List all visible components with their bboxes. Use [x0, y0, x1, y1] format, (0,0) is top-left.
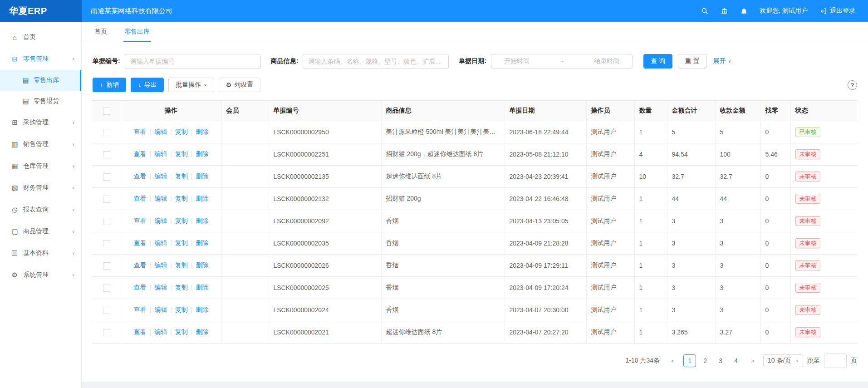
delete-link[interactable]: 删除: [196, 150, 208, 157]
copy-link[interactable]: 复制: [175, 217, 188, 224]
delete-link[interactable]: 删除: [196, 128, 208, 135]
chevron-up-icon: ∧: [72, 57, 75, 61]
prev-page-button[interactable]: <: [667, 354, 679, 367]
app-logo[interactable]: 华夏ERP: [0, 0, 82, 22]
view-link[interactable]: 查看: [134, 284, 147, 291]
edit-link[interactable]: 编辑: [154, 328, 167, 335]
row-checkbox[interactable]: [103, 173, 110, 181]
copy-link[interactable]: 复制: [175, 128, 188, 135]
table-row: 查看|编辑|复制|删除LSCK00000002132招财猫 200g2023-0…: [93, 188, 857, 210]
copy-link[interactable]: 复制: [175, 328, 188, 335]
copy-link[interactable]: 复制: [175, 261, 188, 269]
status-cell: 未审核: [790, 299, 857, 321]
view-link[interactable]: 查看: [134, 128, 147, 135]
sidebar-item-sales[interactable]: ▥销售管理∨: [0, 133, 81, 155]
edit-link[interactable]: 编辑: [154, 150, 167, 157]
row-checkbox[interactable]: [103, 129, 110, 136]
copy-link[interactable]: 复制: [175, 195, 188, 202]
next-page-button[interactable]: >: [746, 354, 759, 367]
copy-link[interactable]: 复制: [175, 172, 188, 180]
edit-link[interactable]: 编辑: [154, 217, 167, 224]
row-checkbox[interactable]: [103, 262, 110, 270]
add-button[interactable]: + 新增: [93, 78, 126, 92]
expand-link[interactable]: 展开 ∨: [713, 57, 731, 65]
sidebar-item-retail-return[interactable]: ▤零售退货: [0, 91, 81, 112]
change-cell: 0: [760, 299, 790, 321]
sidebar-item-home[interactable]: ⌂首页: [0, 26, 81, 48]
view-link[interactable]: 查看: [134, 328, 147, 335]
sidebar-item-goods[interactable]: ▢商品管理∨: [0, 221, 81, 242]
total-amount-cell: 3.265: [667, 321, 715, 344]
page-button-4[interactable]: 4: [730, 354, 742, 367]
sidebar-item-retail[interactable]: ⊟零售管理∧: [0, 48, 81, 70]
batch-label: 批量操作: [176, 81, 201, 89]
edit-link[interactable]: 编辑: [154, 128, 167, 135]
row-checkbox[interactable]: [103, 151, 110, 158]
delete-link[interactable]: 删除: [196, 284, 208, 291]
delete-link[interactable]: 删除: [196, 172, 208, 180]
sidebar-item-basic[interactable]: ☰基本资料∨: [0, 242, 81, 264]
page-size-select[interactable]: 10 条/页 ∨: [763, 354, 803, 367]
row-checkbox[interactable]: [103, 329, 110, 336]
sidebar-item-finance[interactable]: ▧财务管理∨: [0, 177, 81, 199]
edit-link[interactable]: 编辑: [154, 172, 167, 180]
sidebar-item-warehouse[interactable]: ▦仓库管理∨: [0, 155, 81, 177]
view-link[interactable]: 查看: [134, 150, 147, 157]
edit-link[interactable]: 编辑: [154, 261, 167, 269]
change-cell: 0: [760, 277, 790, 299]
view-link[interactable]: 查看: [134, 261, 147, 269]
delete-link[interactable]: 删除: [196, 217, 208, 224]
product-info-input[interactable]: [303, 54, 449, 69]
export-button[interactable]: ↓ 导出: [131, 78, 164, 92]
batch-actions-button[interactable]: 批量操作 ∨: [168, 78, 214, 92]
view-link[interactable]: 查看: [134, 217, 147, 224]
tab-retail-outbound[interactable]: 零售出库: [123, 22, 151, 42]
row-checkbox[interactable]: [103, 196, 110, 203]
delete-link[interactable]: 删除: [196, 195, 208, 202]
sidebar-item-retail-outbound[interactable]: ▤零售出库: [0, 70, 81, 91]
date-range-picker[interactable]: 开始时间 ~ 结束时间: [491, 54, 633, 69]
delete-link[interactable]: 删除: [196, 239, 208, 246]
edit-link[interactable]: 编辑: [154, 306, 167, 313]
operator-cell: 测试用户: [586, 166, 634, 188]
tab-home[interactable]: 首页: [93, 22, 108, 42]
help-icon[interactable]: ?: [848, 80, 857, 90]
copy-link[interactable]: 复制: [175, 239, 188, 246]
report-icon: ◷: [11, 206, 19, 214]
row-checkbox[interactable]: [103, 285, 110, 292]
view-link[interactable]: 查看: [134, 306, 147, 313]
jump-page-input[interactable]: [824, 354, 847, 368]
sidebar-item-purchase[interactable]: ⊞采购管理∨: [0, 112, 81, 133]
row-checkbox[interactable]: [103, 240, 110, 247]
edit-link[interactable]: 编辑: [154, 239, 167, 246]
bill-no-input[interactable]: [125, 54, 261, 69]
view-link[interactable]: 查看: [134, 239, 147, 246]
status-cell: 未审核: [790, 188, 857, 210]
page-button-2[interactable]: 2: [699, 354, 711, 367]
link-separator: |: [150, 195, 152, 202]
reset-button[interactable]: 重 置: [678, 54, 707, 69]
column-settings-button[interactable]: ⚙ 列设置: [219, 78, 261, 92]
copy-link[interactable]: 复制: [175, 306, 188, 313]
view-link[interactable]: 查看: [134, 195, 147, 202]
copy-link[interactable]: 复制: [175, 150, 188, 157]
sidebar-item-report[interactable]: ◷报表查询∨: [0, 199, 81, 221]
row-checkbox[interactable]: [103, 307, 110, 314]
view-link[interactable]: 查看: [134, 172, 147, 180]
delete-link[interactable]: 删除: [196, 328, 208, 335]
edit-link[interactable]: 编辑: [154, 195, 167, 202]
edit-link[interactable]: 编辑: [154, 284, 167, 291]
delete-link[interactable]: 删除: [196, 306, 208, 313]
page-button-1[interactable]: 1: [683, 354, 696, 367]
row-checkbox[interactable]: [103, 218, 110, 225]
logout-button[interactable]: 退出登录: [819, 7, 855, 15]
search-button[interactable]: 查 询: [643, 54, 672, 69]
sidebar-item-system[interactable]: ⚙系统管理∨: [0, 264, 81, 286]
delete-link[interactable]: 删除: [196, 261, 208, 269]
copy-link[interactable]: 复制: [175, 284, 188, 291]
select-all-checkbox[interactable]: [103, 108, 110, 115]
page-button-3[interactable]: 3: [714, 354, 727, 367]
bank-icon[interactable]: [721, 7, 728, 15]
bell-icon[interactable]: [740, 7, 748, 15]
search-icon[interactable]: [701, 7, 709, 15]
